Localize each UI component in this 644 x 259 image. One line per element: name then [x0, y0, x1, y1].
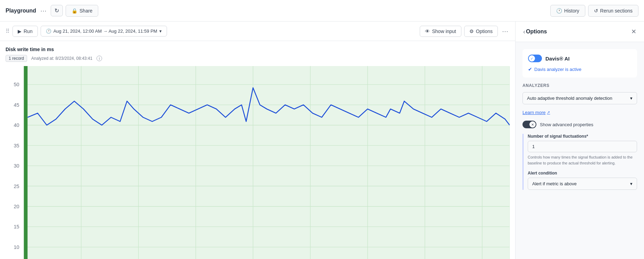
- signal-fluctuations-description: Controls how many times the signal fluct…: [528, 154, 637, 166]
- options-body: Davis® AI ✔ Davis analyzer is active Ana…: [516, 42, 644, 197]
- chart-svg: 0 5 10 15 20 25 30 35 40 45 50 Aug 21 06…: [6, 66, 510, 259]
- chart-panel: ⠿ ▶ Run 🕐 Aug 21, 2024, 12:00 AM → Aug 2…: [0, 22, 516, 259]
- analyzers-dropdown[interactable]: Auto adaptive threshold anomaly detectio…: [522, 92, 637, 104]
- svg-rect-0: [24, 66, 510, 259]
- advanced-props-row: Show advanced properties: [522, 121, 637, 128]
- rerun-icon: ↺: [594, 8, 598, 14]
- alert-condition-section: Alert condition Alert if metric is above…: [528, 171, 637, 190]
- clock-icon: 🕐: [46, 29, 51, 34]
- svg-text:30: 30: [14, 163, 19, 169]
- app-title: Playground: [6, 8, 36, 14]
- info-icon[interactable]: i: [97, 56, 102, 61]
- analyzed-at-text: Analyzed at: 8/23/2024, 08:43:41: [31, 56, 92, 61]
- play-icon: ▶: [18, 29, 22, 34]
- chart-meta: 1 record Analyzed at: 8/23/2024, 08:43:4…: [6, 55, 510, 62]
- signal-fluctuations-label: Number of signal fluctuations*: [528, 134, 637, 139]
- learn-more-link[interactable]: Learn more ↗: [522, 110, 637, 115]
- analyzers-label: Analyzers: [522, 83, 637, 88]
- chart-area: 0 5 10 15 20 25 30 35 40 45 50 Aug 21 06…: [6, 66, 510, 259]
- cloud-icon-btn[interactable]: ↻: [51, 5, 63, 16]
- svg-text:25: 25: [14, 184, 19, 189]
- advanced-props-toggle[interactable]: [522, 121, 536, 128]
- check-circle-icon: ✔: [528, 66, 532, 72]
- svg-rect-22: [24, 66, 28, 259]
- dropdown-chevron-icon: ▾: [630, 96, 633, 101]
- history-icon: 🕐: [556, 8, 562, 14]
- options-button[interactable]: ⚙ Options: [464, 26, 498, 37]
- options-panel: ‹ Options ✕ Davis® AI ✔ Davis analyzer i…: [516, 22, 644, 259]
- svg-text:15: 15: [14, 224, 19, 229]
- davis-ai-title: Davis® AI: [545, 56, 570, 62]
- svg-text:10: 10: [14, 244, 19, 250]
- alert-dropdown-chevron-icon: ▾: [630, 181, 633, 186]
- record-badge: 1 record: [6, 55, 27, 62]
- show-input-button[interactable]: 👁 Show input: [420, 26, 461, 37]
- davis-ai-section: Davis® AI ✔ Davis analyzer is active: [522, 49, 637, 78]
- chevron-down-icon: ▾: [159, 29, 162, 34]
- svg-text:45: 45: [14, 102, 19, 108]
- share-button[interactable]: 🔒 Share: [66, 5, 98, 17]
- rerun-button[interactable]: ↺ Rerun sections: [588, 5, 638, 17]
- chart-title: Disk write time in ms: [6, 47, 510, 52]
- svg-text:40: 40: [14, 122, 19, 128]
- alert-condition-dropdown[interactable]: Alert if metric is above ▾: [528, 178, 637, 190]
- toolbar-more-icon[interactable]: ⋯: [501, 26, 510, 37]
- toolbar: ⠿ ▶ Run 🕐 Aug 21, 2024, 12:00 AM → Aug 2…: [0, 22, 515, 41]
- options-header: ‹ Options ✕: [516, 22, 644, 42]
- top-bar-menu-icon[interactable]: ⋯: [39, 6, 48, 15]
- analyzers-section: Analyzers Auto adaptive threshold anomal…: [522, 83, 637, 104]
- analyzer-active-row: ✔ Davis analyzer is active: [528, 66, 632, 72]
- top-bar: Playground ⋯ ↻ 🔒 Share 🕐 History ↺ Rerun…: [0, 0, 644, 22]
- svg-text:35: 35: [14, 143, 19, 148]
- back-chevron-icon[interactable]: ‹: [522, 27, 526, 36]
- lock-icon: 🔒: [72, 8, 77, 14]
- cloud-icon: ↻: [55, 7, 59, 14]
- main-content: ⠿ ▶ Run 🕐 Aug 21, 2024, 12:00 AM → Aug 2…: [0, 22, 644, 259]
- davis-ai-header: Davis® AI: [528, 55, 632, 62]
- svg-text:20: 20: [14, 204, 19, 209]
- advanced-section: Number of signal fluctuations* Controls …: [522, 134, 637, 190]
- svg-text:50: 50: [14, 82, 19, 87]
- run-button[interactable]: ▶ Run: [12, 26, 38, 37]
- alert-condition-label: Alert condition: [528, 171, 637, 176]
- date-range-button[interactable]: 🕐 Aug 21, 2024, 12:00 AM → Aug 22, 2024,…: [41, 26, 167, 37]
- drag-handle-icon[interactable]: ⠿: [6, 28, 10, 34]
- signal-fluctuations-input[interactable]: [528, 141, 637, 152]
- close-icon[interactable]: ✕: [630, 27, 637, 36]
- eye-icon: 👁: [425, 29, 430, 34]
- signal-fluctuations-section: Number of signal fluctuations* Controls …: [528, 134, 637, 166]
- sliders-icon: ⚙: [469, 29, 474, 34]
- options-title: Options: [526, 29, 547, 35]
- external-link-icon: ↗: [547, 110, 550, 115]
- history-button[interactable]: 🕐 History: [550, 5, 585, 17]
- davis-ai-toggle[interactable]: [528, 55, 542, 62]
